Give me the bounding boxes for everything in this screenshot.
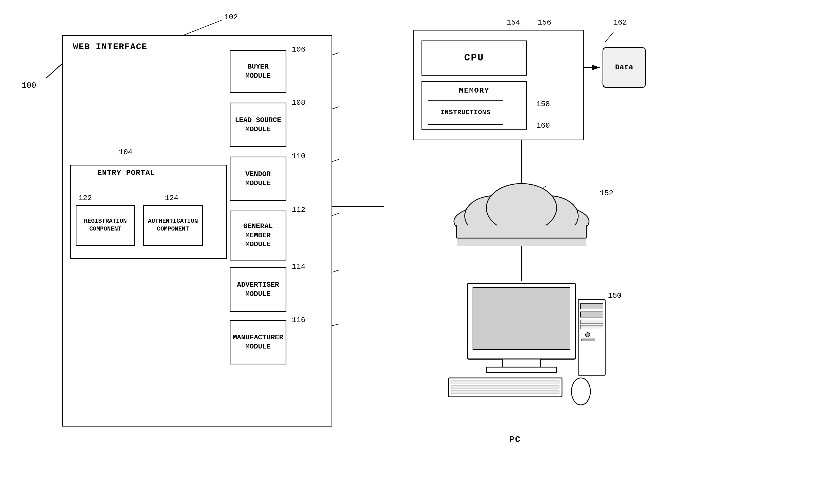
entry-portal-label: ENTRY PORTAL — [97, 169, 155, 177]
authentication-component-text: AUTHENTICATION COMPONENT — [148, 218, 198, 233]
manufacturer-module-text: MANUFACTURER MODULE — [232, 333, 283, 351]
authentication-component-box: AUTHENTICATION COMPONENT — [143, 205, 203, 246]
ref-124-label: 124 — [165, 194, 178, 202]
ref-160-label: 160 — [536, 121, 550, 130]
svg-rect-46 — [581, 304, 603, 309]
advertiser-module-text: ADVERTISER MODULE — [237, 280, 279, 299]
svg-rect-48 — [581, 320, 603, 324]
buyer-module-text: BUYER MODULE — [245, 62, 271, 81]
diagram-container: 100 WEB INTERFACE 102 ENTRY PORTAL 104 R… — [0, 0, 823, 504]
svg-rect-49 — [581, 325, 603, 329]
ref-152-label: 152 — [600, 189, 613, 197]
svg-rect-45 — [578, 300, 605, 375]
vendor-module-text: VENDOR MODULE — [245, 170, 271, 188]
web-interface-label: WEB INTERFACE — [73, 42, 148, 52]
ref-150-label: 150 — [608, 291, 622, 300]
svg-rect-55 — [451, 391, 559, 394]
svg-line-25 — [605, 32, 613, 42]
ref-154-label: 154 — [507, 18, 520, 27]
registration-component-box: REGISTRATION COMPONENT — [76, 205, 135, 246]
buyer-module-box: BUYER MODULE — [230, 50, 286, 93]
cpu-text: CPU — [464, 52, 484, 64]
svg-rect-43 — [503, 359, 540, 367]
svg-rect-47 — [581, 312, 603, 317]
svg-line-1 — [184, 20, 221, 35]
instructions-text: INSTRUCTIONS — [441, 108, 491, 116]
instructions-box: INSTRUCTIONS — [428, 100, 503, 125]
svg-rect-42 — [473, 287, 570, 349]
cloud-svg — [443, 178, 600, 246]
ref-158-label: 158 — [536, 100, 550, 108]
advertiser-module-box: ADVERTISER MODULE — [230, 267, 286, 312]
svg-point-50 — [586, 332, 590, 337]
ref-156-label: 156 — [538, 18, 551, 27]
lead-source-module-text: LEAD SOURCE MODULE — [235, 116, 281, 134]
ref-100-label: 100 — [22, 81, 36, 90]
svg-rect-54 — [451, 386, 559, 389]
memory-box: MEMORY INSTRUCTIONS — [422, 81, 527, 130]
manufacturer-module-box: MANUFACTURER MODULE — [230, 320, 286, 364]
pc-svg — [427, 278, 616, 427]
ref-116-label: 116 — [292, 316, 305, 324]
data-text: Data — [615, 63, 633, 72]
ref-112-label: 112 — [292, 206, 305, 214]
ref-108-label: 108 — [292, 98, 305, 107]
ref-106-label: 106 — [292, 45, 305, 54]
registration-component-text: REGISTRATION COMPONENT — [84, 218, 127, 233]
ref-162-label: 162 — [613, 18, 627, 27]
cpu-box: CPU — [422, 40, 527, 75]
ref-102-label: 102 — [224, 13, 238, 21]
ref-122-label: 122 — [78, 194, 92, 202]
svg-rect-51 — [582, 339, 595, 341]
svg-rect-37 — [457, 225, 586, 246]
vendor-module-box: VENDOR MODULE — [230, 157, 286, 201]
memory-text: MEMORY — [459, 86, 490, 95]
svg-rect-53 — [451, 381, 559, 384]
ref-104-label: 104 — [119, 148, 132, 156]
pc-label: PC — [509, 435, 521, 445]
general-member-module-text: GENERAL MEMBER MODULE — [243, 222, 273, 249]
ref-110-label: 110 — [292, 152, 305, 160]
svg-point-36 — [486, 184, 556, 232]
ref-114-label: 114 — [292, 262, 305, 271]
svg-rect-44 — [486, 367, 556, 372]
lead-source-module-box: LEAD SOURCE MODULE — [230, 102, 286, 147]
general-member-module-box: GENERAL MEMBER MODULE — [230, 211, 286, 260]
data-box: Data — [603, 47, 646, 88]
